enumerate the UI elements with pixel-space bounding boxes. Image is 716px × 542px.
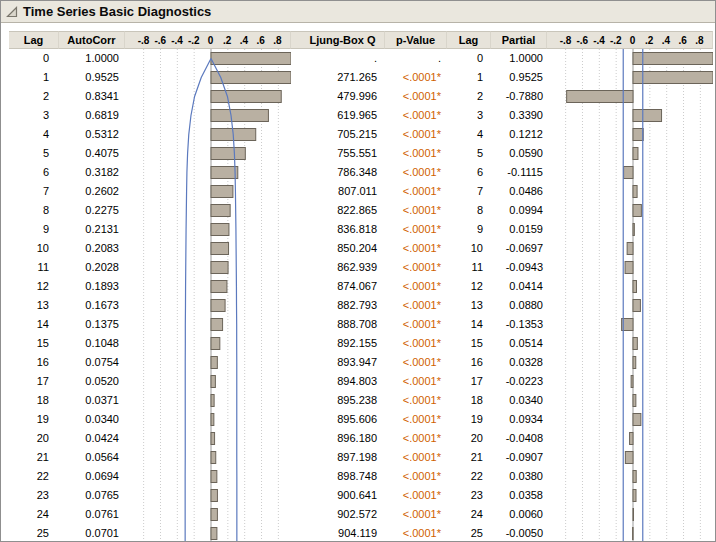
lag-values: 0123456789101112131415161718192021222324… xyxy=(9,49,59,542)
ljung-values: .271.265479.996619.965705.215755.551786.… xyxy=(301,49,385,542)
partial-values: 1.00000.9525-0.78800.33900.12120.0590-0.… xyxy=(491,49,547,542)
cell-lag: 16 xyxy=(9,353,59,372)
cell-partial: 0.0159 xyxy=(491,220,547,239)
cell-autocorr: 0.2602 xyxy=(59,182,125,201)
cell-lag2: 4 xyxy=(447,125,491,144)
cell-lag: 23 xyxy=(9,486,59,505)
cell-autocorr: 0.0520 xyxy=(59,372,125,391)
column-ljung-box-q: Ljung-Box Q .271.265479.996619.965705.21… xyxy=(301,31,385,542)
column-header-ljung: Ljung-Box Q xyxy=(301,31,385,49)
cell-p: <.0001* xyxy=(385,182,447,201)
cell-autocorr: 0.0694 xyxy=(59,467,125,486)
cell-autocorr: 0.0765 xyxy=(59,486,125,505)
cell-p: <.0001* xyxy=(385,220,447,239)
cell-partial: -0.0697 xyxy=(491,239,547,258)
cell-ljung: 894.803 xyxy=(301,372,385,391)
cell-autocorr: 0.1673 xyxy=(59,296,125,315)
axis-tick-label: -.8 xyxy=(138,33,150,49)
cell-autocorr: 0.8341 xyxy=(59,87,125,106)
cell-lag: 25 xyxy=(9,524,59,542)
cell-lag2: 11 xyxy=(447,258,491,277)
cell-p: <.0001* xyxy=(385,391,447,410)
cell-partial: 0.1212 xyxy=(491,125,547,144)
cell-p: <.0001* xyxy=(385,144,447,163)
cell-p: <.0001* xyxy=(385,410,447,429)
autocorr-values: 1.00000.95250.83410.68190.53120.40750.31… xyxy=(59,49,125,542)
cell-lag2: 0 xyxy=(447,49,491,68)
cell-autocorr: 0.0761 xyxy=(59,505,125,524)
cell-ljung: 902.572 xyxy=(301,505,385,524)
cell-p: <.0001* xyxy=(385,486,447,505)
axis-tick-label: .4 xyxy=(662,33,670,49)
cell-lag2: 13 xyxy=(447,296,491,315)
cell-ljung: 896.180 xyxy=(301,429,385,448)
cell-lag: 13 xyxy=(9,296,59,315)
panel-title: Time Series Basic Diagnostics xyxy=(23,4,211,19)
column-autocorr: AutoCorr 1.00000.95250.83410.68190.53120… xyxy=(59,31,125,542)
cell-ljung: 479.996 xyxy=(301,87,385,106)
cell-ljung: 888.708 xyxy=(301,315,385,334)
cell-autocorr: 0.2131 xyxy=(59,220,125,239)
cell-autocorr: 0.0371 xyxy=(59,391,125,410)
cell-ljung: 271.265 xyxy=(301,68,385,87)
cell-p: <.0001* xyxy=(385,68,447,87)
axis-tick-label: -.8 xyxy=(560,33,572,49)
panel-titlebar[interactable]: Time Series Basic Diagnostics xyxy=(1,1,715,23)
acf-axis-labels: -.8-.6-.4-.20.2.4.6.8 xyxy=(131,31,291,49)
cell-ljung: 874.067 xyxy=(301,277,385,296)
cell-lag: 3 xyxy=(9,106,59,125)
column-header-lag2: Lag xyxy=(447,31,491,49)
column-spacer xyxy=(291,31,301,49)
cell-lag2: 15 xyxy=(447,334,491,353)
axis-tick-label: 0 xyxy=(208,33,214,49)
axis-tick-label: -.4 xyxy=(593,33,605,49)
column-lag: Lag 012345678910111213141516171819202122… xyxy=(9,31,59,542)
cell-lag2: 6 xyxy=(447,163,491,182)
pvalue-values: .<.0001*<.0001*<.0001*<.0001*<.0001*<.00… xyxy=(385,49,447,542)
cell-p: <.0001* xyxy=(385,353,447,372)
cell-autocorr: 0.0564 xyxy=(59,448,125,467)
cell-lag: 12 xyxy=(9,277,59,296)
cell-autocorr: 0.1893 xyxy=(59,277,125,296)
cell-partial: 0.0934 xyxy=(491,410,547,429)
cell-p: <.0001* xyxy=(385,87,447,106)
axis-tick-label: .6 xyxy=(257,33,265,49)
cell-partial: 0.0994 xyxy=(491,201,547,220)
cell-lag2: 3 xyxy=(447,106,491,125)
disclosure-triangle-icon[interactable] xyxy=(6,6,18,18)
cell-p: <.0001* xyxy=(385,277,447,296)
cell-partial: -0.1353 xyxy=(491,315,547,334)
cell-partial: 0.3390 xyxy=(491,106,547,125)
cell-p: <.0001* xyxy=(385,467,447,486)
cell-partial: 0.0328 xyxy=(491,353,547,372)
column-header-pvalue: p-Value xyxy=(385,31,447,49)
cell-autocorr: 0.0340 xyxy=(59,410,125,429)
cell-lag: 22 xyxy=(9,467,59,486)
cell-autocorr: 0.3182 xyxy=(59,163,125,182)
cell-autocorr: 0.6819 xyxy=(59,106,125,125)
diagnostics-table: Lag 012345678910111213141516171819202122… xyxy=(1,23,715,542)
cell-lag: 8 xyxy=(9,201,59,220)
axis-tick-label: -.4 xyxy=(171,33,183,49)
cell-ljung: 904.119 xyxy=(301,524,385,542)
column-partial: Partial 1.00000.9525-0.78800.33900.12120… xyxy=(491,31,547,542)
cell-p: <.0001* xyxy=(385,505,447,524)
axis-tick-label: .8 xyxy=(695,33,703,49)
cell-lag2: 21 xyxy=(447,448,491,467)
cell-autocorr: 0.9525 xyxy=(59,68,125,87)
cell-autocorr: 0.1375 xyxy=(59,315,125,334)
column-header-autocorr: AutoCorr xyxy=(59,31,125,49)
cell-lag: 7 xyxy=(9,182,59,201)
cell-ljung: 862.939 xyxy=(301,258,385,277)
cell-partial: 0.0486 xyxy=(491,182,547,201)
cell-p: <.0001* xyxy=(385,372,447,391)
time-series-diagnostics-panel: Time Series Basic Diagnostics Lag 012345… xyxy=(0,0,716,542)
cell-partial: -0.7880 xyxy=(491,87,547,106)
cell-partial: -0.0907 xyxy=(491,448,547,467)
cell-ljung: . xyxy=(301,49,385,68)
cell-autocorr: 0.1048 xyxy=(59,334,125,353)
axis-tick-label: .4 xyxy=(240,33,248,49)
cell-ljung: 786.348 xyxy=(301,163,385,182)
cell-lag: 6 xyxy=(9,163,59,182)
cell-p: <.0001* xyxy=(385,429,447,448)
